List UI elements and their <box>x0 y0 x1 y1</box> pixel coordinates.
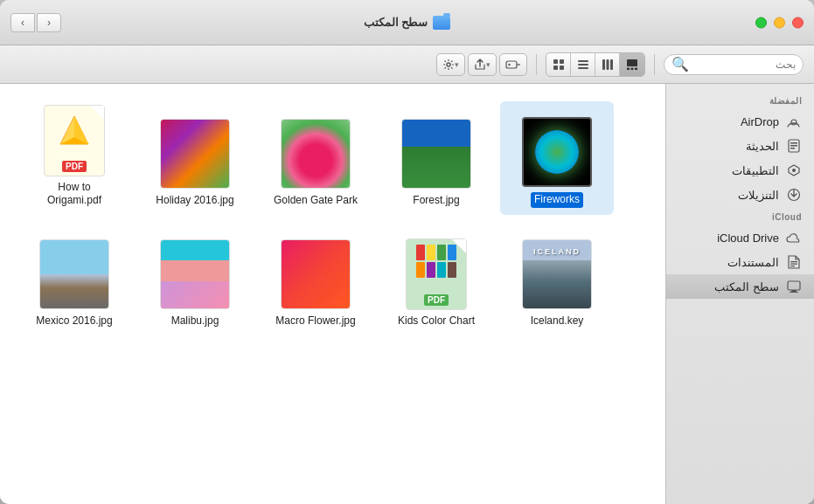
file-thumbnail <box>401 119 471 189</box>
file-name: Malibu.jpg <box>171 314 219 328</box>
title-bar: سطح المكتب ‹ › <box>0 0 814 45</box>
sidebar-item-recents[interactable]: الحديثة <box>666 134 814 158</box>
list-item[interactable]: Fireworks <box>500 101 614 215</box>
svg-rect-7 <box>602 59 605 70</box>
svg-point-14 <box>447 63 450 66</box>
pdf-thumbnail: PDF <box>406 238 467 310</box>
file-name: Kids Color Chart <box>398 314 475 328</box>
list-item[interactable]: ICELAND Iceland.key <box>500 222 614 335</box>
sidebar-item-label: سطح المكتب <box>714 280 779 293</box>
svg-rect-11 <box>627 67 630 70</box>
file-thumbnail <box>39 239 109 309</box>
list-item[interactable]: Macro Flower.jpg <box>259 222 372 335</box>
image-thumbnail <box>401 119 471 189</box>
pdf-label: PDF <box>424 294 449 306</box>
sidebar-item-downloads[interactable]: التنزيلات <box>666 183 814 207</box>
svg-rect-12 <box>631 67 634 70</box>
recents-icon <box>786 138 802 154</box>
pdf-label: PDF <box>62 161 87 172</box>
image-thumbnail <box>522 117 592 187</box>
svg-rect-25 <box>427 262 435 278</box>
list-item[interactable]: Holiday 2016.jpg <box>138 101 252 215</box>
image-thumbnail <box>160 119 230 189</box>
file-name: Holiday 2016.jpg <box>156 194 233 208</box>
svg-rect-2 <box>553 66 558 70</box>
svg-rect-4 <box>578 60 588 62</box>
toolbar-divider-1 <box>654 54 655 75</box>
svg-rect-10 <box>627 59 637 66</box>
file-thumbnail <box>522 117 592 187</box>
sidebar-item-label: الحديثة <box>746 140 779 153</box>
file-thumbnail: ICELAND <box>522 239 592 309</box>
search-box[interactable]: 🔍 <box>664 54 804 75</box>
close-button[interactable] <box>755 17 767 28</box>
tag-button[interactable] <box>499 53 527 76</box>
maximize-button[interactable] <box>792 17 804 28</box>
nav-forward-button[interactable]: › <box>37 13 61 32</box>
sidebar-item-documents[interactable]: المستندات <box>666 250 814 274</box>
icon-view-button[interactable] <box>546 53 571 76</box>
sidebar-item-desktop[interactable]: سطح المكتب <box>666 274 814 299</box>
svg-rect-36 <box>790 264 797 265</box>
sidebar-item-applications[interactable]: التطبيقات <box>666 158 814 183</box>
share-button[interactable]: ▾ <box>468 53 497 76</box>
settings-button[interactable]: ▾ <box>436 53 465 76</box>
image-thumbnail: ICELAND <box>522 239 592 309</box>
search-input[interactable] <box>692 59 796 71</box>
file-thumbnail <box>281 119 351 189</box>
downloads-icon <box>786 187 802 203</box>
file-name: Iceland.key <box>531 314 584 328</box>
sidebar-item-label: AirDrop <box>741 115 779 128</box>
image-thumbnail <box>160 239 230 309</box>
svg-rect-20 <box>416 245 425 260</box>
file-name: Fireworks <box>531 192 583 208</box>
list-item[interactable]: PDF Kids Color Chart <box>379 222 493 335</box>
svg-rect-35 <box>790 261 797 262</box>
list-item[interactable]: Mexico 2016.jpg <box>17 222 131 335</box>
svg-rect-6 <box>578 67 588 69</box>
svg-rect-23 <box>448 245 456 260</box>
svg-rect-30 <box>790 142 797 144</box>
svg-rect-5 <box>578 64 588 66</box>
svg-rect-0 <box>553 59 558 64</box>
finder-window: سطح المكتب ‹ › 🔍 <box>0 0 814 504</box>
list-item[interactable]: Golden Gate Park <box>259 101 372 215</box>
image-thumbnail <box>281 119 351 189</box>
svg-rect-32 <box>790 148 795 149</box>
documents-icon <box>786 254 802 270</box>
window-title: سطح المكتب <box>364 16 451 30</box>
image-thumbnail <box>281 239 351 309</box>
minimize-button[interactable] <box>774 17 785 28</box>
sidebar-item-icloud-drive[interactable]: iCloud Drive <box>666 225 814 250</box>
gallery-view-button[interactable] <box>620 53 644 76</box>
list-item[interactable]: Malibu.jpg <box>138 222 252 335</box>
nav-back-button[interactable]: ‹ <box>10 13 35 32</box>
icloud-drive-icon <box>786 230 802 245</box>
sidebar-item-airdrop[interactable]: AirDrop <box>666 109 814 134</box>
file-name: Golden Gate Park <box>274 194 358 208</box>
svg-rect-31 <box>790 145 797 147</box>
list-view-button[interactable] <box>571 53 595 76</box>
traffic-lights <box>755 17 804 28</box>
sidebar-item-label: التنزيلات <box>738 189 779 202</box>
list-item[interactable]: PDF How toOrigami.pdf <box>17 101 131 215</box>
svg-rect-22 <box>437 245 446 260</box>
svg-rect-39 <box>791 290 797 292</box>
svg-rect-37 <box>790 266 795 266</box>
file-name: How toOrigami.pdf <box>47 181 101 208</box>
svg-point-16 <box>508 63 510 65</box>
svg-rect-1 <box>560 59 564 64</box>
svg-rect-27 <box>448 262 456 278</box>
column-view-button[interactable] <box>595 53 620 76</box>
sidebar-item-label: التطبيقات <box>732 164 779 177</box>
search-icon: 🔍 <box>671 56 689 72</box>
file-name: Forest.jpg <box>413 194 459 208</box>
svg-rect-3 <box>560 66 564 70</box>
sidebar: المفضلة AirDrop <box>665 84 814 504</box>
file-thumbnail: PDF <box>39 106 109 176</box>
toolbar: 🔍 <box>0 45 814 84</box>
svg-rect-38 <box>788 281 800 290</box>
nav-arrows: ‹ › <box>10 13 61 32</box>
list-item[interactable]: Forest.jpg <box>379 101 493 215</box>
file-thumbnail <box>281 239 351 309</box>
